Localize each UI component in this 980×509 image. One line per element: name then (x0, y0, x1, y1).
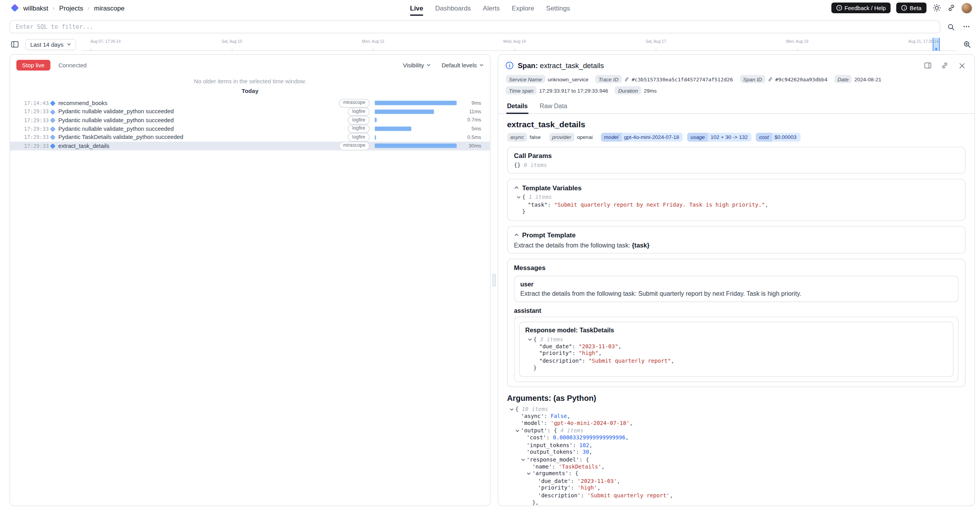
visibility-dropdown[interactable]: Visibility (403, 62, 431, 68)
attribute-chip-label: model (601, 133, 621, 142)
code-token: : { (579, 456, 589, 462)
time-range-dropdown[interactable]: Last 14 days (25, 39, 76, 50)
span-title-prefix: Span: (518, 62, 538, 69)
tab-details[interactable]: Details (507, 100, 528, 114)
span-kind-diamond-icon (50, 109, 55, 114)
nav-settings[interactable]: Settings (546, 0, 570, 16)
beta-button[interactable]: i Beta (897, 2, 927, 13)
code-line: 'arguments': { (507, 470, 966, 477)
tree-expand-chevron-icon[interactable] (516, 195, 521, 200)
nav-explore[interactable]: Explore (512, 0, 534, 16)
empty-window-message: No older items in the selected time wind… (10, 78, 490, 84)
theme-toggle-icon[interactable] (932, 4, 941, 12)
nav-live[interactable]: Live (410, 0, 423, 16)
code-token: 'high' (577, 485, 597, 491)
collapse-chevron-icon[interactable] (514, 232, 519, 237)
sidebar-toggle-icon[interactable] (9, 39, 19, 49)
default-levels-dropdown[interactable]: Default levels (442, 62, 484, 68)
trace-row-name: Pydantic nullable validate_python succee… (58, 126, 174, 132)
span-detail-content: extract_task_details asyncfalseprovidero… (498, 114, 975, 505)
panel-divider[interactable] (491, 54, 498, 506)
trace-row-duration-bar (375, 101, 456, 105)
tree-expand-chevron-icon[interactable] (526, 472, 531, 476)
tree-expand-chevron-icon[interactable] (528, 337, 532, 341)
feedback-help-button[interactable]: ? Feedback / Help (831, 2, 891, 13)
attribute-chip-label: provider (549, 133, 574, 142)
trace-row[interactable]: 17:29:33Pydantic nullable validate_pytho… (10, 116, 490, 125)
template-variables-card: Template Variables { 1 items"task": "Sub… (507, 179, 966, 221)
divider-drag-handle[interactable] (493, 274, 496, 286)
more-options-icon[interactable]: ⋯ (962, 22, 972, 32)
timeline-tick-label: Mon, Aug 19 (786, 39, 808, 43)
attribute-chip-value: gpt-4o-mini-2024-07-18 (621, 133, 683, 142)
tab-raw-data[interactable]: Raw Data (539, 100, 568, 114)
trace-row-time: 17:14:43 (24, 100, 49, 106)
trace-row[interactable]: 17:14:43recommend_booksmirascope9ms (10, 99, 490, 107)
share-link-icon[interactable] (947, 4, 955, 12)
code-token: { (533, 336, 540, 342)
org-logo-icon[interactable] (11, 4, 19, 12)
trace-row-tag: mirascope (339, 142, 369, 150)
breadcrumb-item[interactable]: mirascope (94, 4, 125, 12)
code-token: 'input_tokens' (526, 442, 572, 448)
trace-row[interactable]: 17:29:33extract_task_detailsmirascope30m… (10, 142, 490, 150)
link-icon[interactable] (624, 77, 629, 82)
code-line: 'name': 'TaskDetails', (507, 463, 966, 470)
attribute-chip: provideropenai (549, 133, 596, 142)
tree-expand-chevron-icon[interactable] (510, 407, 514, 411)
code-token: 'description' (538, 492, 581, 498)
meta-chip-value[interactable]: #c3b5157330ea5c1fd4572747af512d26 (632, 76, 733, 82)
trace-row[interactable]: 17:29:33Pydantic TaskDetails validate_py… (10, 133, 490, 142)
timeline-tick-label: Sat, Aug 10 (222, 39, 242, 43)
breadcrumb-item[interactable]: Projects (59, 4, 83, 12)
breadcrumb-item[interactable]: willbakst (23, 4, 48, 12)
prompt-template-title: Prompt Template (522, 231, 575, 238)
nav-alerts[interactable]: Alerts (483, 0, 500, 16)
attribute-chip-value: openai (574, 133, 596, 142)
code-token: : (552, 463, 559, 469)
code-line: 'model': 'gpt-4o-mini-2024-07-18', (507, 420, 966, 427)
meta-chip-value[interactable]: #9c942620aa93dbb4 (775, 76, 827, 82)
meta-chip: Trace ID#c3b5157330ea5c1fd4572747af512d2… (595, 75, 733, 83)
trace-row[interactable]: 17:29:33Pydantic nullable validate_pytho… (10, 125, 490, 133)
trace-row-duration-bar (375, 135, 376, 139)
timeline-track[interactable]: Aug 07, 17:26:14Sat, Aug 10Mon, Aug 12We… (82, 38, 956, 51)
collapse-chevron-icon[interactable] (514, 185, 519, 190)
tree-expand-chevron-icon[interactable] (515, 428, 519, 433)
span-kind-diamond-icon (50, 118, 55, 123)
trace-row[interactable]: 17:29:33Pydantic nullable validate_pytho… (10, 107, 490, 116)
main-area: Stop live Connected Visibility Default l… (0, 54, 980, 506)
zoom-in-icon[interactable] (962, 39, 972, 49)
copy-link-icon[interactable] (940, 60, 950, 70)
code-line: 'description': 'Submit quarterly report'… (507, 492, 966, 499)
code-token: , (589, 449, 592, 455)
trace-row-bar-track (375, 135, 458, 139)
link-icon[interactable] (768, 77, 773, 82)
code-token: 10 items (522, 406, 548, 412)
meta-chip-label: Time span (506, 86, 537, 95)
search-icon[interactable] (946, 22, 956, 32)
code-token: 30 (582, 449, 589, 455)
user-avatar[interactable] (961, 2, 972, 14)
sql-filter-input[interactable]: Enter SQL to filter... (9, 20, 940, 33)
breadcrumb-separator: › (53, 4, 55, 11)
meta-chip-value: 17:29:33.917 to 17:29:33.946 (539, 87, 608, 93)
code-token: 'TaskDetails' (559, 463, 602, 469)
sql-filter-row: Enter SQL to filter... ⋯ (0, 16, 980, 36)
live-panel-header: Stop live Connected Visibility Default l… (10, 55, 490, 75)
question-circle-icon: ? (836, 5, 842, 11)
dock-panel-icon[interactable] (923, 60, 933, 70)
trace-row-name: extract_task_details (58, 143, 109, 149)
nav-dashboards[interactable]: Dashboards (435, 0, 471, 16)
tree-expand-chevron-icon[interactable] (521, 457, 525, 462)
close-icon[interactable] (957, 60, 967, 70)
code-token: 'priority' (538, 485, 571, 491)
code-line: { 10 items (507, 406, 966, 413)
timeline-tick-mark (656, 49, 656, 51)
stop-live-button[interactable]: Stop live (16, 60, 50, 70)
timeline-tick-mark (232, 49, 232, 51)
call-params-value: {} 0 items (514, 162, 959, 169)
arguments-heading: Arguments: (as Python) (507, 394, 966, 403)
code-token: 1 items (529, 194, 552, 200)
code-line: 'async': False, (507, 413, 966, 420)
